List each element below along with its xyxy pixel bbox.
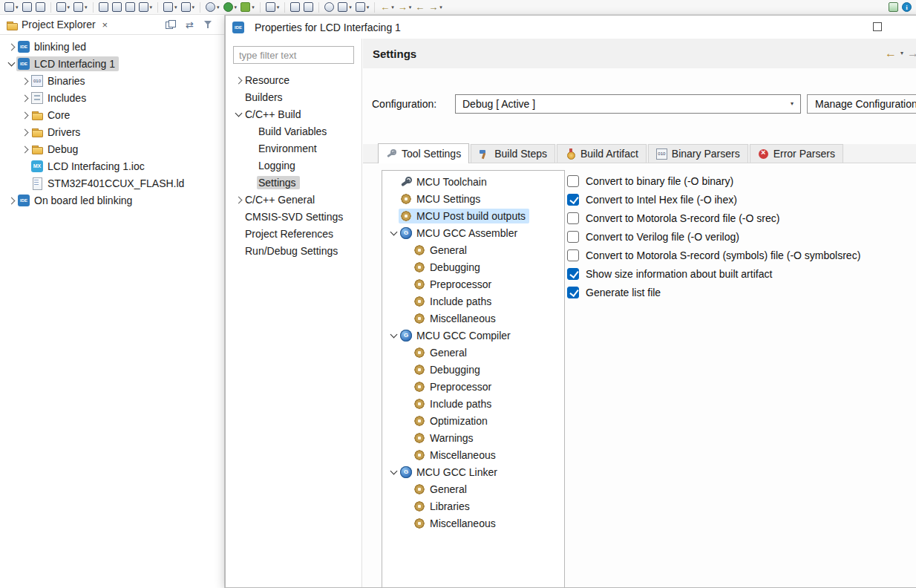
maximize-button[interactable] [873, 22, 882, 31]
tab-build-artifact[interactable]: Build Artifact [557, 144, 647, 163]
collapsed-chevron-icon[interactable] [19, 110, 30, 120]
option-convert-to-motorola-s-record-file-o-srec[interactable]: Convert to Motorola S-record file (-O sr… [567, 209, 860, 227]
toolbar-prev-annotation-button[interactable]: ▾ [337, 2, 353, 12]
nav-item-build-variables[interactable]: Build Variables [226, 122, 362, 140]
toolbar-forward-arrow-button[interactable]: →▾ [397, 2, 413, 12]
option-convert-to-intel-hex-file-o-ihex[interactable]: Convert to Intel Hex file (-O ihex) [567, 190, 860, 209]
toolbar-new-wizard-button[interactable]: ▾ [265, 2, 281, 12]
back-arrow-icon[interactable]: ← [885, 48, 897, 59]
back-dropdown-caret-icon[interactable]: ▾ [900, 50, 903, 56]
option-convert-to-verilog-file-o-verilog[interactable]: Convert to Verilog file (-O verilog) [567, 227, 860, 246]
toolbar-open-perspective-button[interactable] [888, 2, 899, 12]
dialog-titlebar[interactable]: Properties for LCD Interfacing 1 [226, 16, 916, 39]
tool-item-include-paths[interactable]: Include paths [382, 395, 564, 412]
collapsed-chevron-icon[interactable] [6, 195, 16, 206]
tool-item-miscellaneous[interactable]: Miscellaneous [382, 310, 564, 327]
option-generate-list-file[interactable]: Generate list file [567, 283, 860, 301]
filter-icon[interactable] [203, 19, 214, 30]
tool-item-mcu-settings[interactable]: MCU Settings [382, 190, 564, 207]
toolbar-link-button[interactable] [111, 2, 122, 12]
toolbar-debug-attach-button[interactable]: ▾ [163, 2, 178, 12]
explorer-item-on-board-led-blinking[interactable]: On board led blinking [0, 192, 224, 209]
toolbar-paintbrush-button[interactable]: ▾ [73, 2, 88, 12]
toolbar-next-annotation-button[interactable]: ▾ [355, 2, 370, 12]
tool-item-libraries[interactable]: Libraries [382, 497, 564, 514]
nav-item-environment[interactable]: Environment [226, 140, 362, 157]
tab-error-parsers[interactable]: Error Parsers [750, 144, 843, 163]
tool-item-mcu-gcc-linker[interactable]: MCU GCC Linker [382, 463, 564, 480]
toolbar-save-all-button[interactable] [35, 2, 46, 12]
toolbar-annotate-button[interactable]: ▾ [56, 2, 71, 12]
toolbar-run-button[interactable]: ▾ [223, 2, 238, 12]
toolbar-settings-run-button[interactable]: ▾ [205, 2, 220, 12]
toolbar-save-button[interactable] [22, 2, 33, 12]
explorer-item-blinking-led[interactable]: blinking led [0, 38, 224, 55]
option-convert-to-binary-file-o-binary[interactable]: Convert to binary file (-O binary) [567, 172, 860, 190]
option-convert-to-motorola-s-record-symbols-file-o-symbolsrec[interactable]: Convert to Motorola S-record (symbols) f… [567, 246, 860, 264]
checkbox-convert-to-binary-file-o-binary[interactable] [567, 175, 579, 187]
nav-item-cmsis-svd-settings[interactable]: CMSIS-SVD Settings [226, 208, 362, 225]
nav-item-project-references[interactable]: Project References [226, 225, 362, 242]
checkbox-convert-to-verilog-file-o-verilog[interactable] [567, 231, 579, 243]
tool-item-mcu-post-build-outputs[interactable]: MCU Post build outputs [382, 207, 564, 224]
tab-binary-parsers[interactable]: Binary Parsers [648, 144, 748, 163]
nav-item-builders[interactable]: Builders [226, 88, 362, 105]
tool-item-mcu-gcc-compiler[interactable]: MCU GCC Compiler [382, 327, 564, 344]
toolbar-run-attach-button[interactable]: ▾ [180, 2, 196, 12]
close-tab-icon[interactable]: × [102, 19, 108, 30]
tool-item-mcu-gcc-assembler[interactable]: MCU GCC Assembler [382, 224, 564, 241]
explorer-item-stm32f401ccux-flash-ld[interactable]: STM32F401CCUX_FLASH.ld [0, 174, 224, 192]
collapse-all-icon[interactable] [166, 19, 176, 30]
toolbar-info-button[interactable] [901, 2, 912, 12]
toolbar-memory-button[interactable] [289, 2, 301, 12]
option-show-size-information-about-built-artifact[interactable]: Show size information about built artifa… [567, 264, 860, 283]
checkbox-convert-to-motorola-s-record-symbols-file-o-symbolsrec[interactable] [567, 249, 579, 261]
checkbox-convert-to-intel-hex-file-o-ihex[interactable] [567, 194, 579, 206]
expanded-chevron-icon[interactable] [388, 330, 399, 341]
tool-item-general[interactable]: General [382, 480, 564, 497]
tool-item-miscellaneous[interactable]: Miscellaneous [382, 446, 564, 463]
expanded-chevron-icon[interactable] [233, 109, 243, 120]
toolbar-document-button[interactable] [303, 2, 314, 12]
checkbox-generate-list-file[interactable] [567, 287, 579, 298]
tool-item-general[interactable]: General [382, 241, 564, 258]
link-with-editor-icon[interactable]: ⇄ [186, 20, 194, 30]
nav-item-settings[interactable]: Settings [226, 174, 362, 191]
collapsed-chevron-icon[interactable] [233, 195, 243, 205]
tab-build-steps[interactable]: Build Steps [471, 144, 555, 163]
explorer-item-core[interactable]: Core [0, 106, 224, 123]
tool-item-miscellaneous[interactable]: Miscellaneous [382, 514, 564, 532]
toolbar-next-edit-button[interactable]: →▾ [428, 2, 443, 12]
tab-tool-settings[interactable]: Tool Settings [378, 143, 469, 163]
nav-item-c-c-general[interactable]: C/C++ General [226, 191, 362, 208]
tool-item-mcu-toolchain[interactable]: MCU Toolchain [382, 173, 564, 190]
collapsed-chevron-icon[interactable] [19, 144, 30, 154]
explorer-item-lcd-interfacing-1[interactable]: LCD Interfacing 1 [0, 55, 224, 72]
tool-item-include-paths[interactable]: Include paths [382, 293, 564, 310]
tool-item-preprocessor[interactable]: Preprocessor [382, 275, 564, 293]
checkbox-show-size-information-about-built-artifact[interactable] [567, 268, 579, 280]
tool-item-general[interactable]: General [382, 344, 564, 361]
expanded-chevron-icon[interactable] [6, 59, 16, 69]
toolbar-debug-button[interactable]: ▾ [240, 2, 255, 12]
nav-item-run-debug-settings[interactable]: Run/Debug Settings [226, 242, 362, 259]
toolbar-new-file-button[interactable]: ▾ [138, 2, 154, 12]
toolbar-gears-button[interactable] [125, 2, 136, 12]
explorer-item-drivers[interactable]: Drivers [0, 123, 224, 140]
tool-item-preprocessor[interactable]: Preprocessor [382, 378, 564, 395]
expanded-chevron-icon[interactable] [388, 467, 399, 477]
forward-arrow-icon[interactable]: → [907, 48, 916, 59]
configuration-combobox[interactable]: Debug [ Active ] ▾ [455, 94, 801, 114]
collapsed-chevron-icon[interactable] [19, 93, 30, 103]
explorer-item-includes[interactable]: Includes [0, 89, 224, 106]
collapsed-chevron-icon[interactable] [6, 42, 16, 52]
checkbox-convert-to-motorola-s-record-file-o-srec[interactable] [567, 212, 579, 224]
nav-item-logging[interactable]: Logging [226, 157, 362, 174]
manage-configurations-button[interactable]: Manage Configuration [807, 94, 916, 114]
toolbar-prev-edit-button[interactable]: ← [414, 2, 425, 12]
tool-item-debugging[interactable]: Debugging [382, 258, 564, 275]
explorer-item-binaries[interactable]: Binaries [0, 72, 224, 89]
nav-item-c-c-build[interactable]: C/C++ Build [226, 105, 362, 122]
collapsed-chevron-icon[interactable] [19, 127, 30, 137]
explorer-item-lcd-interfacing-1-ioc[interactable]: LCD Interfacing 1.ioc [0, 157, 224, 174]
